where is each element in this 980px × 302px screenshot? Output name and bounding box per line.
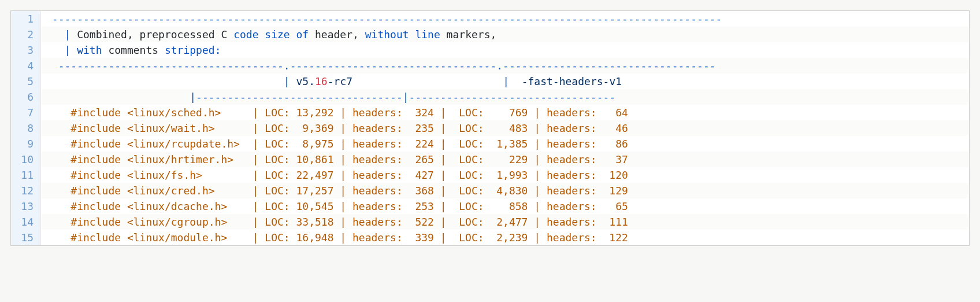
code-content: | v5.16-rc7 | -fast-headers-v1 — [41, 73, 969, 89]
table-row: #include <linux/hrtimer.h> | LOC: 10,861… — [58, 153, 628, 165]
line-number: 8 — [11, 120, 41, 136]
code-line: 2 | Combined, preprocessed C code size o… — [11, 27, 969, 42]
text: header, — [309, 28, 359, 40]
col-fast: -fast-headers-v1 — [522, 75, 622, 87]
text: Combined, preprocessed C — [70, 28, 227, 40]
line-number: 13 — [11, 198, 41, 214]
pipe: | — [65, 28, 71, 40]
dash-mid: ------------------------------------.---… — [58, 60, 716, 72]
code-line: 11 #include <linux/fs.h> | LOC: 22,497 |… — [11, 167, 969, 183]
line-number: 10 — [11, 152, 41, 167]
code-line: 8 #include <linux/wait.h> | LOC: 9,369 |… — [11, 120, 969, 136]
code-line: 15 #include <linux/module.h> | LOC: 16,9… — [11, 230, 969, 245]
text: with — [70, 44, 102, 56]
code-line: 10 #include <linux/hrtimer.h> | LOC: 10,… — [11, 152, 969, 167]
code-line: 1 --------------------------------------… — [11, 11, 969, 27]
code-content: ------------------------------------.---… — [41, 58, 969, 73]
table-row: #include <linux/module.h> | LOC: 16,948 … — [58, 231, 628, 244]
code-content: ----------------------------------------… — [41, 11, 969, 27]
text: comments — [102, 44, 159, 56]
code-line: 7 #include <linux/sched.h> | LOC: 13,292… — [11, 105, 969, 120]
table-row: #include <linux/dcache.h> | LOC: 10,545 … — [58, 200, 628, 212]
line-number: 11 — [11, 167, 41, 183]
text: stripped: — [158, 44, 221, 56]
line-number: 6 — [11, 89, 41, 105]
text: code size of — [227, 28, 309, 40]
table-row: #include <linux/cgroup.h> | LOC: 33,518 … — [58, 216, 628, 228]
table-row: #include <linux/sched.h> | LOC: 13,292 |… — [58, 106, 628, 119]
code-line: 12 #include <linux/cred.h> | LOC: 17,257… — [11, 183, 969, 198]
code-content: #include <linux/fs.h> | LOC: 22,497 | he… — [41, 167, 969, 183]
code-content: #include <linux/dcache.h> | LOC: 10,545 … — [41, 198, 969, 214]
line-number: 14 — [11, 214, 41, 230]
table-row: #include <linux/fs.h> | LOC: 22,497 | he… — [58, 169, 628, 181]
code-content: |---------------------------------|-----… — [41, 89, 969, 105]
col-v5-suffix: -rc7 — [328, 75, 352, 87]
line-number: 12 — [11, 183, 41, 198]
pipe: | — [65, 44, 71, 56]
code-line: 13 #include <linux/dcache.h> | LOC: 10,5… — [11, 198, 969, 214]
col-v5: v5. — [296, 75, 315, 87]
dash-top: ----------------------------------------… — [52, 13, 722, 25]
code-content: #include <linux/rcupdate.h> | LOC: 8,975… — [41, 136, 969, 152]
text: without line — [359, 28, 440, 40]
code-line: 14 #include <linux/cgroup.h> | LOC: 33,5… — [11, 214, 969, 230]
code-content: | Combined, preprocessed C code size of … — [41, 27, 969, 42]
line-number: 1 — [11, 11, 41, 27]
line-number: 7 — [11, 105, 41, 120]
code-line: 6 |---------------------------------|---… — [11, 89, 969, 105]
code-content: #include <linux/module.h> | LOC: 16,948 … — [41, 230, 969, 245]
pad: | — [58, 75, 296, 87]
pad: | — [352, 75, 522, 87]
code-line: 9 #include <linux/rcupdate.h> | LOC: 8,9… — [11, 136, 969, 152]
code-content: #include <linux/hrtimer.h> | LOC: 10,861… — [41, 152, 969, 167]
line-number: 9 — [11, 136, 41, 152]
code-content: #include <linux/sched.h> | LOC: 13,292 |… — [41, 105, 969, 120]
dash-sub: |---------------------------------|-----… — [58, 91, 616, 103]
code-content: #include <linux/cred.h> | LOC: 17,257 | … — [41, 183, 969, 198]
line-number: 4 — [11, 58, 41, 73]
col-v5-num: 16 — [315, 75, 328, 87]
code-content: #include <linux/wait.h> | LOC: 9,369 | h… — [41, 120, 969, 136]
table-row: #include <linux/cred.h> | LOC: 17,257 | … — [58, 185, 628, 197]
code-line: 3 | with comments stripped: — [11, 42, 969, 58]
code-line: 5 | v5.16-rc7 | -fast-headers-v1 — [11, 73, 969, 89]
table-row: #include <linux/wait.h> | LOC: 9,369 | h… — [58, 122, 628, 134]
code-line: 4 ------------------------------------.-… — [11, 58, 969, 73]
line-number: 5 — [11, 73, 41, 89]
table-row: #include <linux/rcupdate.h> | LOC: 8,975… — [58, 138, 628, 150]
text: markers, — [440, 28, 497, 40]
code-content: #include <linux/cgroup.h> | LOC: 33,518 … — [41, 214, 969, 230]
line-number: 15 — [11, 230, 41, 245]
code-content: | with comments stripped: — [41, 42, 969, 58]
line-number: 3 — [11, 42, 41, 58]
code-block: 1 --------------------------------------… — [10, 10, 970, 246]
line-number: 2 — [11, 27, 41, 42]
